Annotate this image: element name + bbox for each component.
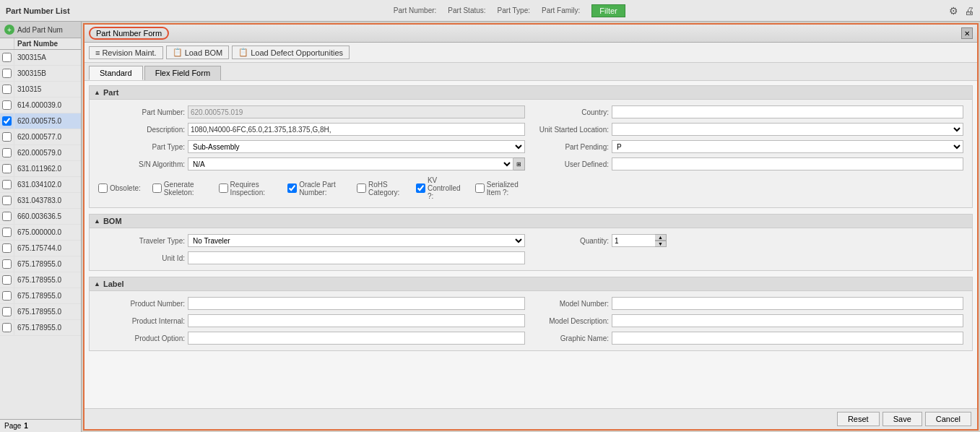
item-checkbox[interactable] xyxy=(2,323,12,332)
part-number-row: Part Number: xyxy=(98,105,525,118)
list-item[interactable]: 660.003636.5 xyxy=(0,209,81,225)
sidebar-item-checkbox xyxy=(0,225,14,240)
quantity-down-btn[interactable]: ▼ xyxy=(655,241,667,247)
item-checkbox[interactable] xyxy=(2,259,12,269)
settings-icon[interactable]: ⚙ xyxy=(949,5,958,17)
item-checkbox[interactable] xyxy=(2,53,12,62)
part-number-input[interactable] xyxy=(188,105,525,118)
quantity-input[interactable] xyxy=(612,234,655,247)
rohs-category-checkbox[interactable] xyxy=(357,183,366,193)
sidebar-item-label: 631.043783.0 xyxy=(14,196,81,204)
list-item[interactable]: 631.034102.0 xyxy=(0,177,81,193)
item-checkbox[interactable] xyxy=(2,243,12,253)
list-item[interactable]: 620.000579.0 xyxy=(0,145,81,161)
item-checkbox[interactable] xyxy=(2,116,12,126)
item-checkbox[interactable] xyxy=(2,100,12,110)
sn-algorithm-label: S/N Algorithm: xyxy=(98,160,185,168)
item-checkbox[interactable] xyxy=(2,132,12,142)
list-item[interactable]: 300315A xyxy=(0,50,81,66)
oracle-part-number-checkbox[interactable] xyxy=(287,183,297,193)
model-number-input[interactable] xyxy=(612,297,963,310)
requires-inspection-checkbox[interactable] xyxy=(219,183,228,193)
item-checkbox[interactable] xyxy=(2,69,12,78)
item-checkbox[interactable] xyxy=(2,164,12,173)
part-type-select[interactable]: Sub-Assembly xyxy=(188,140,525,153)
list-item[interactable]: 675.178955.0 xyxy=(0,288,81,304)
user-defined-label: User Defined: xyxy=(537,160,609,168)
load-defect-button[interactable]: 📋 Load Defect Opportunities xyxy=(232,46,350,59)
sidebar-item-checkbox xyxy=(0,241,14,256)
list-item[interactable]: 675.178955.0 xyxy=(0,272,81,288)
filter-button[interactable]: Filter xyxy=(591,4,625,17)
sn-algorithm-browse-btn[interactable]: ⊞ xyxy=(513,157,525,170)
part-type-filter-label: Part Type: xyxy=(498,7,530,14)
print-icon[interactable]: 🖨 xyxy=(964,5,974,17)
top-bar: Part Number List Part Number: Part Statu… xyxy=(0,0,980,22)
list-item[interactable]: 614.000039.0 xyxy=(0,98,81,113)
reset-button[interactable]: Reset xyxy=(837,412,880,426)
rohs-category-label: RoHS Category: xyxy=(368,181,404,196)
product-internal-input[interactable] xyxy=(188,314,525,327)
sidebar-item-label: 675.175744.0 xyxy=(14,244,81,252)
revision-maint-button[interactable]: ≡ Revision Maint. xyxy=(89,46,163,59)
item-checkbox[interactable] xyxy=(2,212,12,221)
part-section-toggle[interactable]: ▲ xyxy=(94,89,100,96)
item-checkbox[interactable] xyxy=(2,275,12,285)
generate-skeleton-checkbox[interactable] xyxy=(152,183,162,193)
item-checkbox[interactable] xyxy=(2,148,12,157)
sidebar-item-label: 620.000577.0 xyxy=(14,133,81,141)
sidebar-item-label: 675.178955.0 xyxy=(14,324,81,332)
graphic-name-input[interactable] xyxy=(612,332,963,345)
form-close-button[interactable]: ✕ xyxy=(961,27,973,39)
country-input[interactable] xyxy=(612,105,963,118)
product-option-input[interactable] xyxy=(188,332,525,345)
serialized-item-checkbox[interactable] xyxy=(475,183,485,193)
sidebar-item-checkbox xyxy=(0,82,14,97)
item-checkbox[interactable] xyxy=(2,291,12,301)
item-checkbox[interactable] xyxy=(2,85,12,94)
list-item[interactable]: 675.178955.0 xyxy=(0,304,81,320)
list-item[interactable]: 620.000577.0 xyxy=(0,129,81,145)
list-item[interactable]: 675.178955.0 xyxy=(0,320,81,336)
list-item[interactable]: 675.178955.0 xyxy=(0,256,81,272)
item-checkbox[interactable] xyxy=(2,307,12,316)
oracle-part-number-label: Oracle Part Number: xyxy=(299,181,345,196)
bom-section-header: ▲ BOM xyxy=(90,215,972,228)
quantity-up-btn[interactable]: ▲ xyxy=(655,234,667,241)
list-item[interactable]: 675.175744.0 xyxy=(0,241,81,256)
tab-flex-field[interactable]: Flex Field Form xyxy=(144,66,221,80)
list-item[interactable]: 675.000000.0 xyxy=(0,225,81,241)
product-number-input[interactable] xyxy=(188,297,525,310)
traveler-type-select[interactable]: No Traveler xyxy=(188,234,525,247)
obsolete-checkbox[interactable] xyxy=(98,183,108,193)
kv-controlled-checkbox[interactable] xyxy=(416,183,425,193)
sidebar-item-label: 675.178955.0 xyxy=(14,308,81,316)
load-bom-button[interactable]: 📋 Load BOM xyxy=(166,46,230,59)
label-section-toggle[interactable]: ▲ xyxy=(94,280,100,288)
item-checkbox[interactable] xyxy=(2,180,12,189)
unit-started-select[interactable] xyxy=(612,123,963,136)
list-item[interactable]: 631.011962.0 xyxy=(0,161,81,177)
country-label: Country: xyxy=(537,108,609,116)
sidebar-item-checkbox xyxy=(0,288,14,303)
user-defined-input[interactable] xyxy=(612,157,963,170)
item-checkbox[interactable] xyxy=(2,196,12,205)
cancel-button[interactable]: Cancel xyxy=(925,412,971,426)
add-part-button[interactable]: + xyxy=(4,25,14,35)
bom-section-toggle[interactable]: ▲ xyxy=(94,217,100,225)
list-item[interactable]: 631.043783.0 xyxy=(0,193,81,209)
list-item[interactable]: 310315 xyxy=(0,82,81,98)
unit-started-row: Unit Started Location: xyxy=(537,123,963,136)
checkboxes-row: Obsolete: Generate Skeleton: xyxy=(98,175,525,202)
model-description-input[interactable] xyxy=(612,314,963,327)
model-description-label: Model Description: xyxy=(537,317,609,325)
tab-standard[interactable]: Standard xyxy=(89,66,143,80)
sn-algorithm-select[interactable]: N/A xyxy=(188,157,513,170)
part-pending-select[interactable]: P xyxy=(612,140,963,153)
item-checkbox[interactable] xyxy=(2,228,12,237)
unit-id-input[interactable] xyxy=(188,251,525,264)
description-input[interactable] xyxy=(188,123,525,136)
list-item[interactable]: 300315B xyxy=(0,66,81,82)
save-button[interactable]: Save xyxy=(883,412,922,426)
list-item[interactable]: 620.000575.0 xyxy=(0,113,81,129)
